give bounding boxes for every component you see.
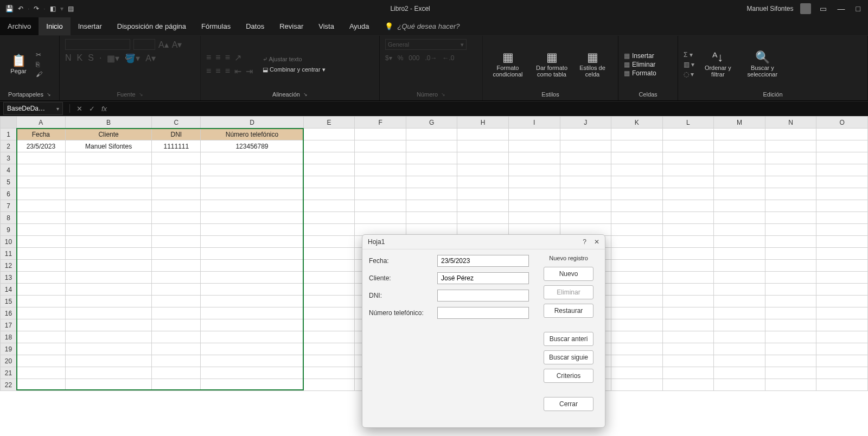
cell-H4[interactable]	[457, 164, 509, 176]
cell-C2[interactable]: 1111111	[152, 140, 201, 152]
cell-A11[interactable]	[16, 248, 65, 260]
cell-A20[interactable]	[16, 355, 65, 367]
cell-K16[interactable]	[611, 307, 663, 319]
cell-E9[interactable]	[303, 224, 355, 236]
fecha-input[interactable]	[437, 255, 529, 267]
cell-C14[interactable]	[152, 284, 201, 296]
inc-decimal-icon[interactable]: .0→	[425, 54, 437, 62]
cell-C11[interactable]	[152, 248, 201, 260]
sort-filter-button[interactable]: ᴬ↓ Ordenar y filtrar	[700, 52, 736, 78]
row-header-6[interactable]: 6	[1, 188, 17, 200]
cell-O2[interactable]	[816, 140, 868, 152]
cell-A9[interactable]	[16, 224, 65, 236]
spreadsheet-grid[interactable]: ABCDEFGHIJKLMNO1FechaClienteDNINúmero te…	[0, 116, 868, 436]
nuevo-button[interactable]: Nuevo	[544, 267, 593, 281]
col-header-N[interactable]: N	[765, 117, 816, 129]
cell-M22[interactable]	[714, 379, 765, 391]
align-bottom-icon[interactable]: ≡	[225, 53, 230, 63]
tab-datos[interactable]: Datos	[238, 17, 272, 35]
cell-F7[interactable]	[355, 200, 406, 212]
row-header-15[interactable]: 15	[1, 296, 17, 307]
cell-C17[interactable]	[152, 319, 201, 331]
cell-O15[interactable]	[816, 296, 868, 307]
redo-icon[interactable]: ↷	[34, 5, 39, 12]
cell-O10[interactable]	[816, 236, 868, 248]
cell-E5[interactable]	[303, 176, 355, 188]
cell-K19[interactable]	[611, 343, 663, 355]
cut-icon[interactable]: ✂	[36, 51, 42, 59]
cell-L2[interactable]	[662, 140, 714, 152]
dec-decimal-icon[interactable]: ←.0	[442, 54, 454, 62]
row-header-8[interactable]: 8	[1, 212, 17, 224]
col-header-C[interactable]: C	[152, 117, 201, 129]
cell-L22[interactable]	[662, 379, 714, 391]
cell-H7[interactable]	[457, 200, 509, 212]
cell-N3[interactable]	[765, 152, 816, 164]
chevron-down-icon[interactable]: ▾	[56, 106, 59, 112]
cell-N17[interactable]	[765, 319, 816, 331]
comma-icon[interactable]: 000	[409, 54, 419, 62]
cell-B5[interactable]	[65, 176, 152, 188]
cell-E20[interactable]	[303, 355, 355, 367]
cell-E18[interactable]	[303, 331, 355, 343]
cell-C22[interactable]	[152, 379, 201, 391]
cell-G6[interactable]	[406, 188, 457, 200]
cell-L12[interactable]	[662, 260, 714, 272]
cell-O21[interactable]	[816, 367, 868, 379]
cell-K13[interactable]	[611, 272, 663, 284]
cell-D6[interactable]	[201, 188, 304, 200]
border-icon[interactable]: ▦▾	[107, 53, 119, 63]
confirm-entry-icon[interactable]: ✓	[86, 105, 98, 113]
cell-N16[interactable]	[765, 307, 816, 319]
cell-G2[interactable]	[406, 140, 457, 152]
cell-E13[interactable]	[303, 272, 355, 284]
cell-M3[interactable]	[714, 152, 765, 164]
col-header-B[interactable]: B	[65, 117, 152, 129]
cell-D1[interactable]: Número telefónico	[201, 129, 304, 140]
cell-B20[interactable]	[65, 355, 152, 367]
cell-E7[interactable]	[303, 200, 355, 212]
cell-M12[interactable]	[714, 260, 765, 272]
cell-C19[interactable]	[152, 343, 201, 355]
cell-F5[interactable]	[355, 176, 406, 188]
col-header-G[interactable]: G	[406, 117, 457, 129]
cell-A14[interactable]	[16, 284, 65, 296]
cell-D20[interactable]	[201, 355, 304, 367]
cell-M13[interactable]	[714, 272, 765, 284]
cell-A15[interactable]	[16, 296, 65, 307]
cell-L10[interactable]	[662, 236, 714, 248]
cell-O20[interactable]	[816, 355, 868, 367]
row-header-9[interactable]: 9	[1, 224, 17, 236]
cell-D16[interactable]	[201, 307, 304, 319]
cell-C16[interactable]	[152, 307, 201, 319]
cell-A2[interactable]: 23/5/2023	[16, 140, 65, 152]
cell-E11[interactable]	[303, 248, 355, 260]
cell-N15[interactable]	[765, 296, 816, 307]
cell-M9[interactable]	[714, 224, 765, 236]
cell-M19[interactable]	[714, 343, 765, 355]
cell-L7[interactable]	[662, 200, 714, 212]
paste-button[interactable]: 📋 Pegar	[5, 55, 31, 74]
percent-icon[interactable]: %	[398, 54, 404, 62]
qat-dd[interactable]: ▾	[60, 5, 63, 12]
format-painter-icon[interactable]: 🖌	[36, 70, 42, 78]
cell-H2[interactable]	[457, 140, 509, 152]
cell-O19[interactable]	[816, 343, 868, 355]
cell-C10[interactable]	[152, 236, 201, 248]
cell-K15[interactable]	[611, 296, 663, 307]
cell-E15[interactable]	[303, 296, 355, 307]
col-header-I[interactable]: I	[508, 117, 560, 129]
row-header-5[interactable]: 5	[1, 176, 17, 188]
cell-N2[interactable]	[765, 140, 816, 152]
cell-N18[interactable]	[765, 331, 816, 343]
bold-icon[interactable]: N	[65, 53, 72, 63]
cell-N22[interactable]	[765, 379, 816, 391]
cell-L14[interactable]	[662, 284, 714, 296]
col-header-F[interactable]: F	[355, 117, 406, 129]
cell-L6[interactable]	[662, 188, 714, 200]
cell-G1[interactable]	[406, 129, 457, 140]
cell-E8[interactable]	[303, 212, 355, 224]
cell-D5[interactable]	[201, 176, 304, 188]
cell-I3[interactable]	[508, 152, 560, 164]
cell-K9[interactable]	[611, 224, 663, 236]
